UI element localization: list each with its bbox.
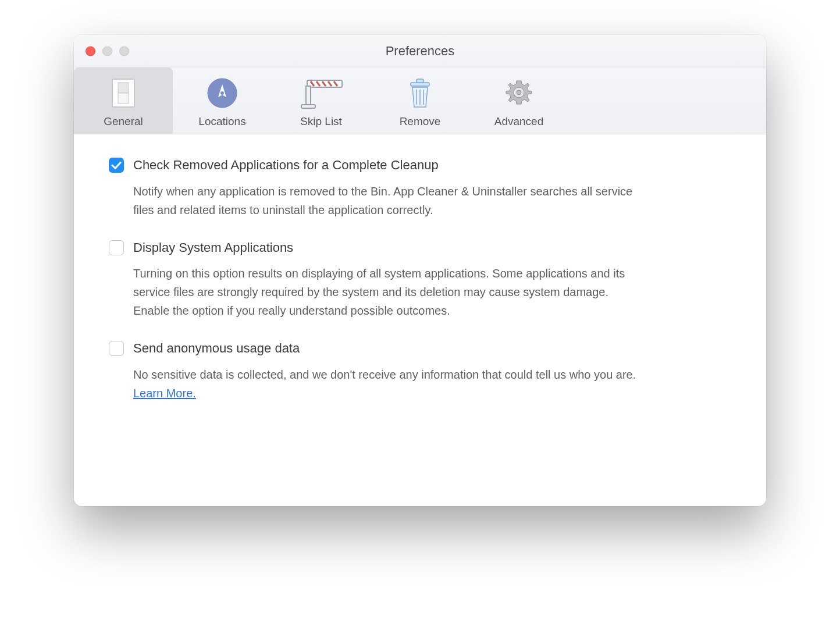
tab-skip-list[interactable]: Skip List <box>272 67 371 134</box>
setting-cleanup: Check Removed Applications for a Complet… <box>109 156 731 219</box>
svg-rect-12 <box>306 86 311 106</box>
setting-system-apps: Display System Applications Turning on t… <box>109 239 731 320</box>
tab-locations[interactable]: Locations <box>173 67 272 134</box>
system-apps-title: Display System Applications <box>133 239 293 257</box>
window-title: Preferences <box>386 44 455 59</box>
svg-rect-15 <box>417 79 423 83</box>
zoom-button[interactable] <box>119 46 129 56</box>
tab-label: General <box>104 115 143 128</box>
tab-label: Locations <box>198 115 245 128</box>
anon-data-description: No sensitive data is collected, and we d… <box>133 365 645 403</box>
cleanup-title: Check Removed Applications for a Complet… <box>133 156 439 174</box>
general-pane: Check Removed Applications for a Complet… <box>74 134 766 506</box>
tab-label: Advanced <box>494 115 544 128</box>
system-apps-description: Turning on this option results on displa… <box>133 264 645 320</box>
cleanup-checkbox[interactable] <box>109 158 124 173</box>
preferences-window: Preferences General <box>74 35 766 506</box>
advanced-icon <box>503 76 535 111</box>
svg-rect-14 <box>411 83 429 86</box>
minimize-button[interactable] <box>102 46 112 56</box>
svg-rect-2 <box>118 93 129 104</box>
system-apps-checkbox[interactable] <box>109 240 124 255</box>
anon-data-checkbox[interactable] <box>109 341 124 356</box>
tab-label: Remove <box>400 115 441 128</box>
anon-data-desc-text: No sensitive data is collected, and we d… <box>133 368 636 381</box>
tab-label: Skip List <box>300 115 342 128</box>
anon-data-title: Send anonymous usage data <box>133 340 300 357</box>
tab-advanced[interactable]: Advanced <box>469 67 568 134</box>
toolbar: General Locations <box>74 67 766 134</box>
window-controls <box>86 46 129 56</box>
tab-general[interactable]: General <box>74 67 173 134</box>
general-icon <box>110 76 137 111</box>
tab-remove[interactable]: Remove <box>371 67 469 134</box>
learn-more-link[interactable]: Learn More. <box>133 387 196 400</box>
svg-rect-1 <box>118 83 129 93</box>
remove-icon <box>406 76 434 111</box>
close-button[interactable] <box>86 46 95 56</box>
locations-icon <box>207 76 238 111</box>
svg-point-5 <box>220 91 224 95</box>
titlebar: Preferences <box>74 35 766 67</box>
cleanup-description: Notify when any application is removed t… <box>133 182 645 219</box>
svg-point-20 <box>517 90 521 95</box>
skip-list-icon <box>298 76 344 111</box>
svg-rect-13 <box>301 105 315 108</box>
setting-anon-data: Send anonymous usage data No sensitive d… <box>109 340 731 403</box>
